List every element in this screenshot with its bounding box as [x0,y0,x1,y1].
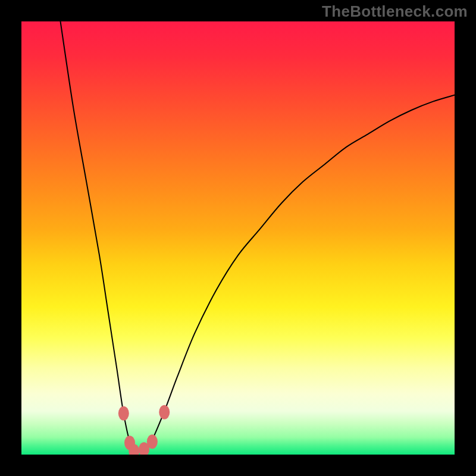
curve-marker [147,434,158,449]
watermark-text: TheBottleneck.com [322,2,468,21]
curve-marker [159,405,170,419]
curve-marker [118,406,129,421]
bottleneck-curve [61,21,455,455]
curve-minimum-markers [118,405,170,455]
chart-frame: TheBottleneck.com [0,0,476,476]
plot-area [21,21,455,455]
curve-svg [21,21,455,455]
